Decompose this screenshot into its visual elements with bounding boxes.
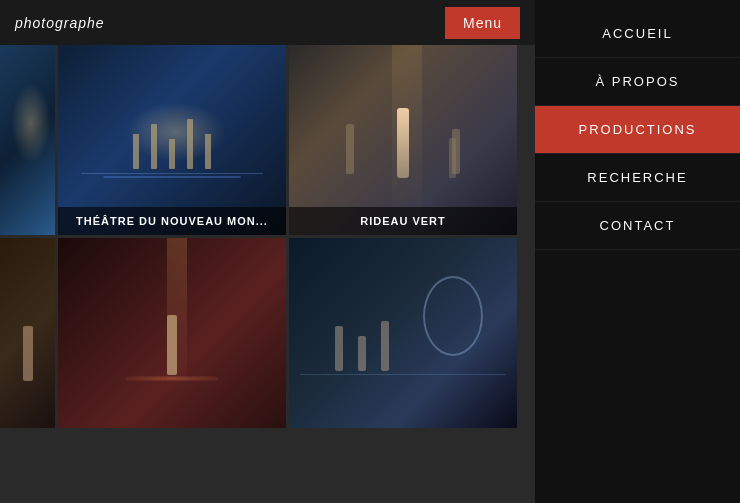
photo-item-4[interactable] xyxy=(0,238,55,428)
photo-label-3: RIDEAU VERT xyxy=(289,207,517,235)
main-content: photographe Menu xyxy=(0,0,535,503)
nav-item-accueil[interactable]: ACCUEIL xyxy=(535,10,740,58)
nav-item-contact[interactable]: CONTACT xyxy=(535,202,740,250)
photo-item-6[interactable] xyxy=(289,238,517,428)
photo-item-5[interactable] xyxy=(58,238,286,428)
photo-item-1[interactable] xyxy=(0,45,55,235)
header: photographe Menu xyxy=(0,0,535,45)
nav-item-apropos[interactable]: À PROPOS xyxy=(535,58,740,106)
logo: photographe xyxy=(15,15,105,31)
sidebar-nav: ACCUEIL À PROPOS PRODUCTIONS RECHERCHE C… xyxy=(535,0,740,503)
photo-label-2: THÉÂTRE DU NOUVEAU MON... xyxy=(58,207,286,235)
menu-button[interactable]: Menu xyxy=(445,7,520,39)
photo-item-3[interactable]: RIDEAU VERT xyxy=(289,45,517,235)
photo-item-2[interactable]: THÉÂTRE DU NOUVEAU MON... xyxy=(58,45,286,235)
nav-item-productions[interactable]: PRODUCTIONS xyxy=(535,106,740,154)
nav-item-recherche[interactable]: RECHERCHE xyxy=(535,154,740,202)
photo-grid: THÉÂTRE DU NOUVEAU MON... RIDEAU VERT xyxy=(0,45,535,503)
